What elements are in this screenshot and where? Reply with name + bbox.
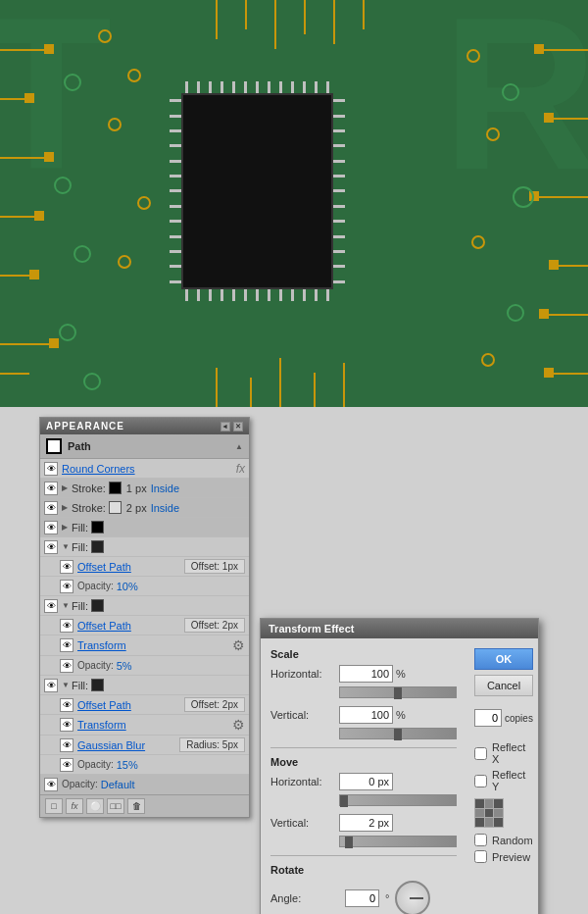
fill4-swatch[interactable]	[91, 679, 104, 691]
pin	[279, 289, 282, 301]
fill2-swatch[interactable]	[91, 540, 104, 553]
scale-h-label: Horizontal:	[270, 668, 339, 680]
expand-icon[interactable]: ▼	[62, 601, 72, 610]
pin	[303, 81, 306, 93]
random-checkbox[interactable]	[474, 834, 487, 846]
close-button[interactable]: ✕	[233, 422, 243, 432]
cancel-button[interactable]: Cancel	[474, 675, 533, 696]
visibility-icon[interactable]: 👁	[44, 679, 58, 692]
pin	[220, 81, 223, 93]
copies-row: copies	[474, 709, 532, 727]
new-layer-button[interactable]: □	[45, 798, 63, 814]
angle-dial[interactable]	[395, 881, 430, 914]
offset-path2-link[interactable]: Offset Path	[77, 620, 131, 632]
scale-h-slider[interactable]	[339, 686, 457, 698]
pin	[315, 81, 318, 93]
gaussian-blur-row: 👁 Gaussian Blur Radius: 5px	[40, 736, 249, 755]
reflect-x-checkbox[interactable]	[474, 747, 487, 760]
move-v-slider[interactable]	[339, 836, 457, 847]
pin	[268, 81, 270, 93]
scale-v-slider[interactable]	[339, 728, 457, 739]
panel-title: APPEARANCE	[46, 421, 124, 432]
trace	[0, 216, 39, 218]
visibility-icon[interactable]: 👁	[44, 778, 58, 791]
pin	[197, 81, 200, 93]
stroke2-swatch[interactable]	[109, 501, 122, 514]
stroke1-swatch[interactable]	[109, 482, 122, 494]
gaussian-blur-link[interactable]: Gaussian Blur	[77, 739, 145, 751]
preview-checkbox[interactable]	[474, 850, 487, 863]
trace	[363, 0, 365, 29]
visibility-icon[interactable]: 👁	[60, 619, 74, 633]
visibility-icon[interactable]: 👁	[44, 501, 58, 515]
via	[64, 74, 81, 91]
fill3-swatch[interactable]	[91, 599, 104, 612]
expand-icon[interactable]: ▼	[62, 542, 72, 551]
move-h-slider[interactable]	[339, 794, 457, 806]
via	[83, 373, 101, 390]
titlebar-buttons: ◄ ✕	[220, 422, 243, 432]
visibility-icon[interactable]: 👁	[60, 718, 74, 732]
transform2-link[interactable]: Transform	[77, 719, 126, 731]
expand-icon[interactable]: ▼	[62, 681, 72, 689]
opacity3-value[interactable]: 15%	[117, 759, 138, 771]
visibility-icon[interactable]: 👁	[60, 659, 74, 673]
visibility-icon[interactable]: 👁	[60, 698, 74, 712]
angle-input[interactable]	[345, 889, 379, 907]
transform1-link[interactable]: Transform	[77, 639, 126, 651]
fx-button[interactable]: fx	[66, 798, 83, 814]
clear-button[interactable]: ⚪	[86, 798, 104, 814]
trace	[304, 0, 306, 34]
expand-icon[interactable]: ▶	[62, 483, 72, 492]
ok-button[interactable]: OK	[474, 648, 533, 670]
expand-icon[interactable]: ▶	[62, 503, 72, 512]
visibility-icon[interactable]: 👁	[60, 638, 74, 652]
visibility-icon[interactable]: 👁	[44, 521, 58, 534]
move-h-input[interactable]	[339, 773, 393, 790]
stroke2-type[interactable]: Inside	[151, 502, 179, 514]
visibility-icon[interactable]: 👁	[44, 540, 58, 554]
fill1-label: Fill:	[72, 522, 88, 533]
offset-path3-link[interactable]: Offset Path	[77, 699, 131, 711]
duplicate-button[interactable]: □□	[107, 798, 124, 814]
path-header: Path ▲	[40, 434, 249, 459]
degree-symbol: °	[385, 892, 389, 904]
stroke2-value: 2 px	[126, 502, 147, 514]
random-label: Random	[492, 835, 533, 846]
stroke1-type[interactable]: Inside	[151, 482, 179, 494]
opacity3-label: Opacity:	[77, 759, 114, 770]
expand-icon[interactable]: ▶	[62, 523, 72, 532]
visibility-icon[interactable]: 👁	[60, 580, 74, 593]
scale-h-row: Horizontal: %	[270, 665, 457, 683]
scroll-up-icon[interactable]: ▲	[235, 442, 243, 451]
pin	[315, 289, 318, 301]
opacity2-row: 👁 Opacity: 5%	[40, 656, 249, 676]
trace	[554, 265, 588, 267]
copies-input[interactable]	[474, 709, 502, 727]
pin	[333, 115, 345, 118]
move-v-input[interactable]	[339, 814, 393, 832]
transform1-row: 👁 Transform ⚙	[40, 635, 249, 656]
opacity1-value[interactable]: 10%	[117, 581, 138, 592]
visibility-icon[interactable]: 👁	[44, 482, 58, 495]
fill1-swatch[interactable]	[91, 521, 104, 533]
round-corners-link[interactable]: Round Corners	[62, 463, 135, 475]
visibility-icon[interactable]: 👁	[44, 462, 58, 476]
trace	[279, 358, 281, 407]
final-opacity-value[interactable]: Default	[101, 779, 135, 790]
preview-row: Preview	[474, 850, 532, 863]
stroke2-row: 👁 ▶ Stroke: 2 px Inside	[40, 498, 249, 518]
via	[54, 177, 72, 194]
reflect-y-checkbox[interactable]	[474, 775, 487, 787]
opacity2-value[interactable]: 5%	[117, 660, 132, 672]
visibility-icon[interactable]: 👁	[60, 560, 74, 574]
visibility-icon[interactable]: 👁	[44, 599, 58, 613]
offset-path1-link[interactable]: Offset Path	[77, 561, 131, 573]
scale-v-input[interactable]	[339, 706, 393, 724]
pin	[170, 115, 181, 118]
visibility-icon[interactable]: 👁	[60, 738, 74, 752]
delete-button[interactable]: 🗑	[127, 798, 145, 814]
scale-h-input[interactable]	[339, 665, 393, 683]
visibility-icon[interactable]: 👁	[60, 758, 74, 772]
collapse-button[interactable]: ◄	[220, 422, 230, 432]
